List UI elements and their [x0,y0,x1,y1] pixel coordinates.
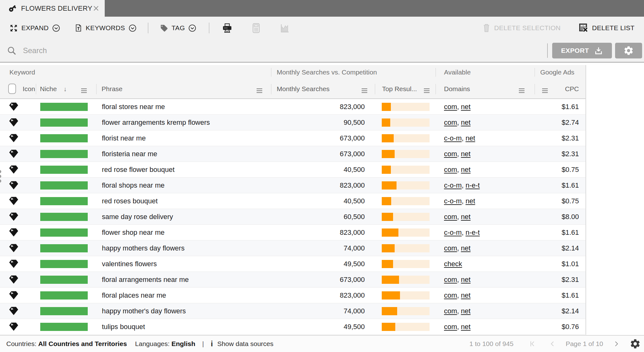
table-row[interactable]: happy mothers day flowers74,000com, net$… [0,240,586,256]
gem-icon [9,118,19,128]
column-header-cpc[interactable]: CPC [565,80,579,98]
cpc-value: $0.75 [562,193,579,209]
settings-button[interactable] [615,43,642,58]
tab-flowers-delivery[interactable]: FLOWERS DELIVERY [0,0,105,17]
search-divider [547,43,548,58]
domain-link[interactable]: net [461,276,471,283]
monthly-searches-value: 823,000 [277,178,365,193]
keyword-table: Keyword Monthly Searches vs. Competition… [0,65,586,335]
top-results-menu-icon[interactable] [424,87,430,95]
table-settings-button[interactable] [630,338,641,349]
phrase-menu-icon[interactable] [257,87,262,95]
download-icon [594,46,603,55]
domain-link[interactable]: com [444,213,457,221]
close-tab-icon[interactable] [92,5,100,12]
niche-bar [40,307,88,315]
search-input[interactable] [22,46,547,55]
domain-link[interactable]: com [444,244,457,252]
niche-menu-icon[interactable] [81,87,87,95]
table-row[interactable]: valentines flowers49,500check$1.01 [0,256,586,272]
domains-menu-icon[interactable] [519,87,525,95]
monthly-searches-menu-icon[interactable] [362,87,367,95]
gem-icon [9,322,19,333]
domain-link[interactable]: com [444,166,457,173]
show-data-sources-link[interactable]: Show data sources [217,340,274,348]
domain-link[interactable]: c-o-m [444,197,462,205]
gem-icon [9,134,19,144]
domain-link[interactable]: net [461,150,471,158]
table-row[interactable]: flower shop near me823,000c-o-m, n-e-t$1… [0,225,586,240]
domain-link[interactable]: net [461,118,471,126]
column-header-phrase[interactable]: Phrase [102,80,123,98]
domain-link[interactable]: c-o-m [444,228,462,236]
cpc-menu-icon[interactable] [542,87,548,95]
delete-list-button[interactable]: DELETE LIST [579,23,635,33]
delete-selection-label: DELETE SELECTION [494,24,560,32]
domain-link[interactable]: com [444,118,457,126]
domain-link[interactable]: net [461,103,471,111]
domain-link[interactable]: com [444,103,457,111]
print-button[interactable] [222,23,232,33]
table-row[interactable]: floral shops near me823,000c-o-m, n-e-t$… [0,178,586,193]
expand-button[interactable]: EXPAND [9,24,60,32]
row-drag-handle[interactable] [0,170,1,183]
table-row[interactable]: floristeria near me673,000com, net$2.31 [0,146,586,162]
search-box [0,39,547,62]
competition-bar-fill [382,244,395,252]
column-header-domains[interactable]: Domains [444,80,470,98]
table-row[interactable]: florist near me673,000c-o-m, net$2.31 [0,130,586,146]
domain-link[interactable]: net [461,166,471,173]
domain-link[interactable]: c-o-m [444,181,462,189]
search-icon [7,46,17,56]
table-row[interactable]: same day rose delivery60,500com, net$8.0… [0,209,586,225]
keyword-phrase: florist near me [102,130,146,146]
column-header-top-results[interactable]: Top Resul... [382,80,417,98]
gear-icon [623,45,634,56]
domain-link[interactable]: net [461,291,471,299]
previous-page-icon [549,340,556,348]
monthly-searches-value: 49,500 [277,319,365,334]
domain-link[interactable]: check [444,260,462,268]
domain-link[interactable]: c-o-m [444,134,462,142]
keywords-label: KEYWORDS [86,24,125,32]
select-all-checkbox[interactable] [8,84,16,94]
table-row[interactable]: red roses bouquet40,500c-o-m, net$0.75 [0,193,586,209]
domain-link[interactable]: com [444,276,457,283]
domain-link[interactable]: net [461,244,471,252]
keyword-phrase: floristeria near me [102,146,157,162]
competition-bar-fill [382,103,391,111]
languages-label: Languages: [135,340,170,348]
table-row[interactable]: floral arrangements near me673,000com, n… [0,272,586,288]
table-row[interactable]: happy mother's day flowers74,000com, net… [0,303,586,319]
table-row[interactable]: floral stores near me823,000com, net$1.6… [0,99,586,115]
domain-link[interactable]: n-e-t [465,181,480,189]
table-row[interactable]: tulips bouquet49,500com, net$0.76 [0,319,586,335]
column-header-niche[interactable]: Niche [40,80,57,98]
domain-link[interactable]: net [465,197,475,205]
keywords-button[interactable]: KEYWORDS [75,24,136,32]
competition-bar-fill [382,307,397,315]
domain-link[interactable]: net [461,323,471,331]
domain-link[interactable]: net [461,213,471,221]
competition-bar-fill [382,228,398,237]
export-button[interactable]: EXPORT [552,43,612,58]
calculator-button [252,23,260,33]
domain-link[interactable]: net [465,134,475,142]
domain-link[interactable]: com [444,307,457,315]
competition-bar [382,166,430,174]
domain-link[interactable]: com [444,150,457,158]
delete-list-label: DELETE LIST [592,24,635,32]
table-row[interactable]: flower arrangements kremp flowers90,500c… [0,115,586,130]
table-row[interactable]: red rose flower bouquet40,500com, net$0.… [0,162,586,178]
tag-button[interactable]: TAG [160,24,197,32]
domain-link[interactable]: net [461,307,471,315]
cpc-value: $2.31 [562,272,579,287]
table-row[interactable]: floral places near me823,000com, net$1.6… [0,288,586,303]
domain-link[interactable]: com [444,291,457,299]
domain-link[interactable]: com [444,323,457,331]
domain-link[interactable]: n-e-t [465,228,480,236]
niche-bar [40,197,88,205]
next-page-icon[interactable] [613,340,620,348]
column-header-monthly-searches[interactable]: Monthly Searches [277,80,330,98]
domains-cell: com, net [444,146,470,162]
